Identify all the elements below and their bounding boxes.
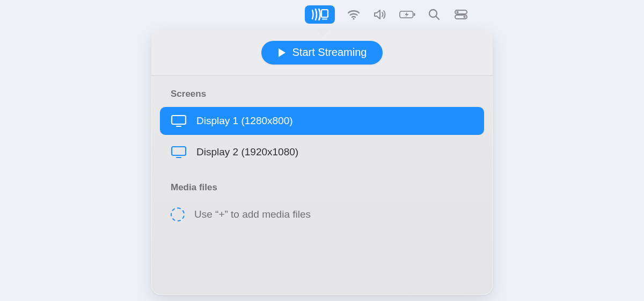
play-icon (277, 48, 286, 58)
menubar-cast-icon[interactable] (305, 5, 335, 24)
screen-item-label: Display 2 (1920x1080) (196, 146, 298, 158)
svg-point-8 (457, 11, 459, 13)
add-placeholder-icon (171, 207, 185, 221)
screen-item-display-1[interactable]: Display 1 (1280x800) (160, 107, 484, 135)
control-center-icon[interactable] (453, 6, 469, 23)
battery-charging-icon[interactable] (399, 6, 415, 23)
svg-rect-13 (172, 147, 186, 155)
svg-line-6 (436, 17, 440, 20)
svg-rect-0 (321, 10, 328, 17)
volume-icon[interactable] (372, 6, 389, 23)
streaming-popover: Start Streaming Screens Display 1 (1280x… (151, 30, 493, 295)
menubar (305, 5, 469, 24)
media-placeholder-text: Use “+” to add media files (194, 209, 311, 220)
media-files-list: Use “+” to add media files (151, 200, 493, 228)
svg-rect-4 (414, 13, 415, 16)
screens-list: Display 1 (1280x800) Display 2 (1920x108… (151, 107, 493, 166)
media-placeholder-row[interactable]: Use “+” to add media files (160, 200, 484, 228)
media-section-label: Media files (151, 169, 493, 200)
start-streaming-button[interactable]: Start Streaming (261, 41, 383, 64)
search-icon[interactable] (426, 6, 442, 23)
screens-section-label: Screens (151, 76, 493, 107)
start-streaming-label: Start Streaming (292, 46, 367, 59)
wifi-icon[interactable] (346, 6, 362, 23)
svg-rect-11 (172, 116, 186, 124)
display-icon (171, 114, 187, 127)
svg-point-2 (353, 18, 354, 19)
screen-item-display-2[interactable]: Display 2 (1920x1080) (160, 138, 484, 166)
display-icon (171, 146, 187, 159)
svg-point-10 (464, 16, 466, 18)
screen-item-label: Display 1 (1280x800) (196, 115, 293, 127)
popover-header: Start Streaming (151, 30, 493, 76)
